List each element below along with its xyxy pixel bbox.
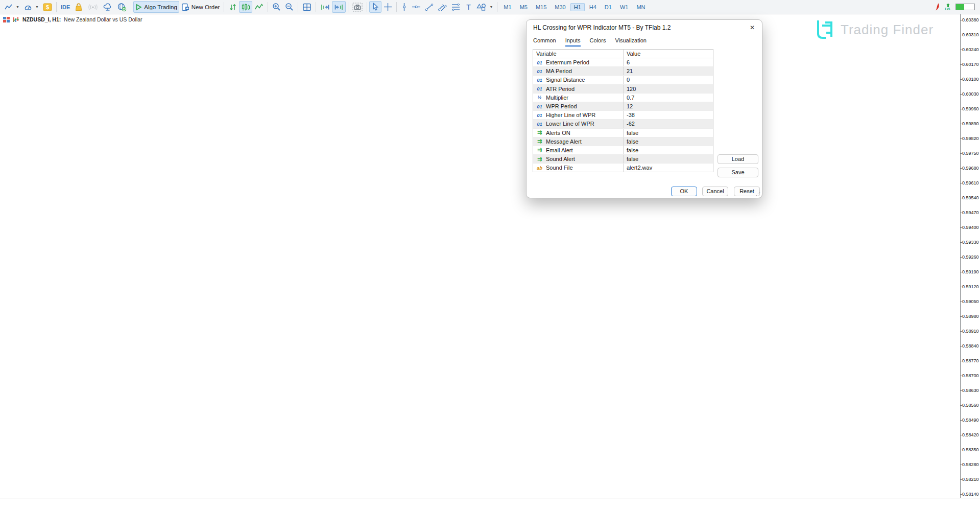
param-row[interactable]: 01Higher Line of WPR-38 xyxy=(533,111,713,120)
cancel-button[interactable]: Cancel xyxy=(702,187,728,196)
param-row[interactable]: ⇉Email Alertfalse xyxy=(533,146,713,155)
line-chart-icon xyxy=(4,3,13,11)
param-row[interactable]: ⇉Alerts ONfalse xyxy=(533,129,713,137)
zoom-in-button[interactable] xyxy=(270,1,283,13)
resize-grip[interactable]: ⋰ xyxy=(756,191,760,196)
new-order-button[interactable]: + New Order xyxy=(179,1,222,13)
param-value[interactable]: 0 xyxy=(623,76,713,84)
svg-text:+: + xyxy=(186,6,188,10)
timeframe-m30[interactable]: M30 xyxy=(551,3,569,11)
price-chart-canvas[interactable] xyxy=(0,14,960,498)
vertical-line-tool[interactable] xyxy=(399,1,410,13)
param-value[interactable]: false xyxy=(623,137,713,146)
timeframe-m15[interactable]: M15 xyxy=(532,3,550,11)
auto-scroll-button[interactable] xyxy=(318,1,332,13)
param-row[interactable]: 01Lower Line of WPR-62 xyxy=(533,120,713,128)
param-value[interactable]: false xyxy=(623,129,713,137)
line-mode-button[interactable] xyxy=(252,1,266,13)
param-name: Lower Line of WPR xyxy=(546,121,594,127)
timeframe-h1[interactable]: H1 xyxy=(570,3,585,11)
horizontal-line-tool[interactable] xyxy=(410,1,423,13)
param-value[interactable]: 12 xyxy=(623,102,713,110)
timeframe-d1[interactable]: D1 xyxy=(601,3,615,11)
price-tick-label: 0.59120 xyxy=(962,284,979,289)
param-row[interactable]: ⇉Message Alertfalse xyxy=(533,137,713,146)
crosshair-tool-button[interactable] xyxy=(381,1,394,13)
trendline-tool[interactable] xyxy=(423,1,436,13)
price-tick-label: 0.60310 xyxy=(962,32,979,37)
param-name: Multiplier xyxy=(546,95,568,101)
timeframe-h4[interactable]: H4 xyxy=(586,3,600,11)
market-watch-button[interactable]: $ xyxy=(41,1,54,13)
param-row[interactable]: ⇉Sound Alertfalse xyxy=(533,155,713,164)
timeframe-m1[interactable]: M1 xyxy=(500,3,515,11)
levels-icon[interactable]: LVL xyxy=(945,3,951,11)
zoom-out-button[interactable] xyxy=(283,1,296,13)
screenshot-button[interactable] xyxy=(350,1,365,13)
price-tick-label: 0.59330 xyxy=(962,240,979,245)
load-button[interactable]: Load xyxy=(718,154,758,164)
timeframe-w1[interactable]: W1 xyxy=(616,3,632,11)
algo-trading-button[interactable]: Algo Trading xyxy=(133,1,179,13)
price-axis[interactable]: 0.603800.603100.602400.601700.601000.600… xyxy=(960,14,980,498)
save-button[interactable]: Save xyxy=(718,168,758,177)
news-flame-icon[interactable] xyxy=(933,3,940,11)
tab-common[interactable]: Common xyxy=(533,36,556,47)
param-type-icon: 01 xyxy=(536,86,543,91)
tick-chart-button[interactable] xyxy=(226,1,239,13)
param-row[interactable]: 01WPR Period12 xyxy=(533,102,713,111)
channel-tool[interactable] xyxy=(436,1,449,13)
toolbar-separator xyxy=(497,2,497,12)
hline-icon xyxy=(412,4,421,10)
shapes-dropdown[interactable]: ▼ xyxy=(474,1,495,13)
community-button[interactable] xyxy=(115,1,129,13)
param-value[interactable]: 0.7 xyxy=(623,94,713,102)
chart-type-dropdown[interactable]: ▼ xyxy=(2,1,21,13)
market-button[interactable] xyxy=(72,1,85,13)
param-value[interactable]: false xyxy=(623,146,713,154)
time-axis[interactable] xyxy=(0,498,980,509)
ok-button[interactable]: OK xyxy=(671,187,697,196)
connection-status-bar xyxy=(955,4,975,10)
grid-icon xyxy=(302,3,312,11)
candlestick-mode-button[interactable] xyxy=(239,1,252,13)
param-value[interactable]: alert2.wav xyxy=(623,164,713,172)
param-value[interactable]: -62 xyxy=(623,120,713,128)
tab-visualization[interactable]: Visualization xyxy=(615,36,647,47)
param-value[interactable]: 6 xyxy=(623,58,713,66)
param-row[interactable]: 01Signal Distance0 xyxy=(533,76,713,84)
signals-icon xyxy=(87,4,99,11)
timeframe-m5[interactable]: M5 xyxy=(516,3,531,11)
signals-button[interactable] xyxy=(85,1,101,13)
chart-shift-button[interactable] xyxy=(332,1,346,13)
tab-colors[interactable]: Colors xyxy=(590,36,606,47)
param-row[interactable]: abSound Filealert2.wav xyxy=(533,164,713,172)
profiles-dropdown[interactable]: ▼ xyxy=(21,1,41,13)
param-row[interactable]: ½Multiplier0.7 xyxy=(533,94,713,102)
param-name: Sound Alert xyxy=(546,156,575,162)
tab-inputs[interactable]: Inputs xyxy=(565,36,581,47)
vps-button[interactable] xyxy=(101,1,115,13)
fibo-tool[interactable] xyxy=(449,1,463,13)
param-value[interactable]: false xyxy=(623,155,713,163)
param-row[interactable]: 01MA Period21 xyxy=(533,67,713,76)
text-tool[interactable]: T xyxy=(463,1,474,13)
variable-column-header[interactable]: Variable xyxy=(533,51,623,57)
timeframe-mn[interactable]: MN xyxy=(633,3,649,11)
price-tick-label: 0.58490 xyxy=(962,418,979,423)
chart-area[interactable]: NZDUSD_I, H1: New Zealand Dollar vs US D… xyxy=(0,14,980,509)
price-tick-label: 0.59470 xyxy=(962,210,979,215)
param-row[interactable]: 01ATR Period120 xyxy=(533,85,713,94)
ide-button[interactable]: IDE xyxy=(59,1,72,13)
value-column-header[interactable]: Value xyxy=(623,50,713,58)
param-value[interactable]: -38 xyxy=(623,111,713,119)
price-tick-label: 0.59190 xyxy=(962,269,979,274)
cursor-tool-button[interactable] xyxy=(369,1,381,13)
ide-label: IDE xyxy=(61,4,70,10)
tile-windows-button[interactable] xyxy=(300,1,314,13)
close-icon[interactable]: ✕ xyxy=(748,23,757,32)
param-row[interactable]: 01Extermum Period6 xyxy=(533,58,713,67)
param-name: Signal Distance xyxy=(546,77,585,83)
param-value[interactable]: 120 xyxy=(623,85,713,93)
param-value[interactable]: 21 xyxy=(623,67,713,75)
